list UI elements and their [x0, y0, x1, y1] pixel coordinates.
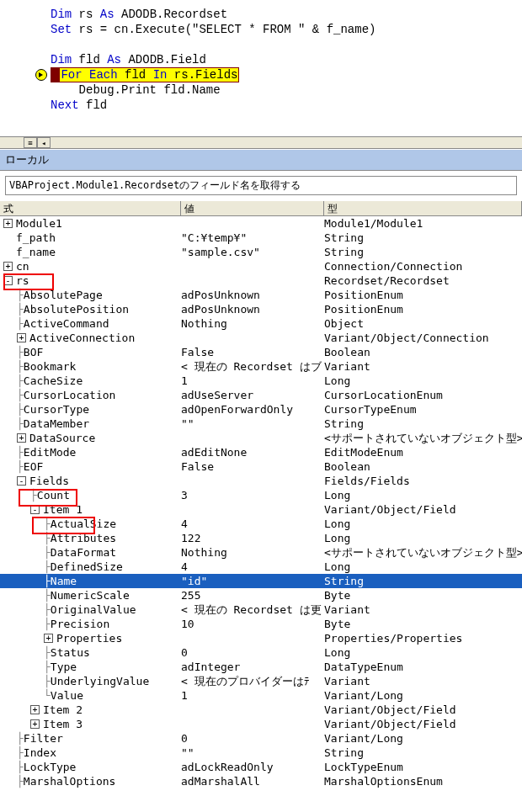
table-row: ├ TypeadIntegerDataTypeEnum [0, 660, 522, 674]
locals-title: ローカル [0, 149, 522, 171]
table-row: +DataSource<サポートされていないオブジェクト型> [0, 431, 522, 445]
table-row: ├ ActiveCommandNothingObject [0, 316, 522, 331]
expand-icon[interactable]: + [3, 219, 13, 228]
kw-set: Set [51, 23, 79, 36]
table-row: ├ Filter0Variant/Long [0, 731, 522, 746]
table-row: ├ DefinedSize4Long [0, 560, 522, 574]
table-row: ├ DataFormatNothing<サポートされていないオブジェクト型> [0, 545, 522, 560]
expand-icon[interactable]: + [44, 634, 53, 643]
table-row: f_path"C:¥temp¥"String [0, 231, 522, 245]
table-row: ├ Precision10Byte [0, 617, 522, 631]
locals-header: 式 値 型 [0, 200, 522, 216]
breakpoint-icon[interactable] [35, 69, 47, 81]
table-row: ├ UnderlyingValue< 現在のプロバイダーはﾃVariant [0, 674, 522, 688]
expand-icon[interactable]: + [30, 719, 40, 729]
table-row: ├ NumericScale255Byte [0, 588, 522, 602]
code-editor: Dim rs As ADODB.Recordset Set rs = cn.Ex… [0, 0, 522, 136]
expand-icon[interactable]: + [3, 262, 13, 271]
nav-next-icon[interactable]: ◂ [37, 137, 51, 148]
table-row: ├ CursorLocationadUseServerCursorLocatio… [0, 388, 522, 402]
table-row: ├ OriginalValue< 現在の Recordset は更Variant [0, 602, 522, 617]
expand-icon[interactable]: + [17, 333, 26, 342]
table-row: ├ Count3Long [0, 488, 522, 502]
collapse-icon[interactable]: - [30, 505, 40, 514]
table-row: +PropertiesProperties/Properties [0, 631, 522, 645]
table-row: ├ CacheSize1Long [0, 374, 522, 388]
nav-prev-icon[interactable]: ≡ [24, 137, 37, 148]
table-row: +ActiveConnectionVariant/Object/Connecti… [0, 331, 522, 345]
kw-next: Next [51, 98, 86, 112]
table-row: +cnConnection/Connection [0, 259, 522, 273]
table-row: ├ ActualSize4Long [0, 517, 522, 531]
table-row: +Item 3Variant/Object/Field [0, 717, 522, 731]
table-row-selected: ├ Name"id"String [0, 574, 522, 588]
table-row: └ Value1Variant/Long [0, 688, 522, 703]
expand-icon[interactable]: + [30, 705, 40, 714]
header-type[interactable]: 型 [324, 201, 522, 215]
table-row: ├ CursorTypeadOpenForwardOnlyCursorTypeE… [0, 402, 522, 417]
current-line: For Each fld In rs.Fields [59, 67, 239, 82]
collapse-icon[interactable]: - [3, 276, 13, 285]
table-row: ├ DataMember""String [0, 417, 522, 431]
header-expression[interactable]: 式 [0, 201, 181, 215]
table-row: -rsRecordset/Recordset [0, 273, 522, 288]
table-row: -FieldsFields/Fields [0, 474, 522, 488]
splitter-bar[interactable]: ≡ ◂ [0, 136, 522, 149]
table-row: ├ BOFFalseBoolean [0, 345, 522, 359]
table-row: ├ EOFFalseBoolean [0, 459, 522, 474]
header-value[interactable]: 値 [181, 201, 324, 215]
table-row: -Item 1Variant/Object/Field [0, 502, 522, 517]
table-row: +Module1Module1/Module1 [0, 216, 522, 231]
table-row: +Item 2Variant/Object/Field [0, 703, 522, 717]
expand-icon[interactable]: + [17, 433, 26, 443]
table-row: f_name"sample.csv"String [0, 245, 522, 259]
locals-tree[interactable]: +Module1Module1/Module1 f_path"C:¥temp¥"… [0, 216, 522, 788]
table-row: ├ EditModeadEditNoneEditModeEnum [0, 445, 522, 459]
current-line-margin [51, 67, 59, 82]
table-row: ├ LockTypeadLockReadOnlyLockTypeEnum [0, 760, 522, 774]
table-row: ├ Bookmark< 現在の Recordset はブVariant [0, 359, 522, 374]
table-row: ├ Attributes122Long [0, 531, 522, 545]
table-row: ├ AbsolutePositionadPosUnknownPositionEn… [0, 302, 522, 316]
collapse-icon[interactable]: - [17, 476, 26, 486]
table-row: ├ Index""String [0, 746, 522, 760]
table-row: ├ Status0Long [0, 645, 522, 660]
locals-context: VBAProject.Module1.Recordsetのフィールド名を取得する [5, 176, 517, 195]
kw-dim: Dim [51, 8, 79, 21]
table-row: ├ AbsolutePageadPosUnknownPositionEnum [0, 288, 522, 302]
table-row: ├ MarshalOptionsadMarshalAllMarshalOptio… [0, 774, 522, 788]
